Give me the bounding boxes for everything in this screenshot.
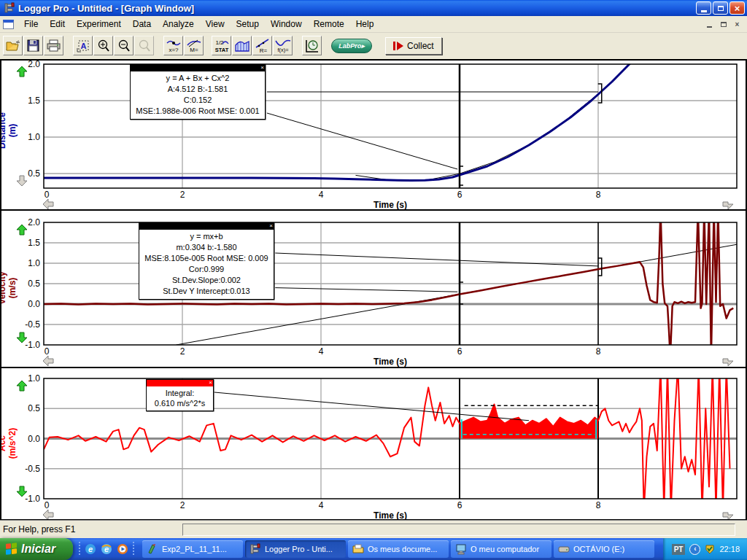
x-axis-scroll-right-arrow[interactable] bbox=[722, 355, 734, 367]
examine-button[interactable]: x=? bbox=[163, 36, 183, 55]
taskbar-button-my-documents[interactable]: Os meus docume... bbox=[348, 540, 449, 558]
y-axis-decrease-arrow[interactable] bbox=[16, 486, 28, 500]
y-axis-label-velocity[interactable]: Velocity (m/s) bbox=[1, 265, 18, 311]
open-button[interactable] bbox=[3, 36, 23, 55]
plot-distance[interactable]: 024680.51.01.52.0 bbox=[1, 61, 746, 209]
linear-fit-button[interactable]: R= bbox=[252, 36, 272, 55]
y-axis-increase-arrow[interactable] bbox=[16, 380, 28, 394]
x-axis-label-acceleration[interactable]: Time (s) bbox=[44, 510, 737, 519]
zoom-out-icon bbox=[117, 39, 131, 52]
y-axis-decrease-arrow[interactable] bbox=[16, 175, 28, 190]
menu-edit[interactable]: Edit bbox=[44, 17, 71, 31]
svg-text:2.0: 2.0 bbox=[28, 217, 40, 228]
media-player-icon[interactable] bbox=[117, 543, 128, 555]
y-axis-increase-arrow[interactable] bbox=[16, 66, 28, 80]
curve-fit-info-box-distance[interactable]: × y = A + Bx + Cx^2 A:4.512 B:-1.581 C:0… bbox=[130, 64, 266, 120]
labpro-label: LabPro bbox=[338, 42, 361, 50]
y-axis-label-distance[interactable]: Distance (m) bbox=[1, 107, 18, 154]
integral-button[interactable] bbox=[232, 36, 252, 55]
print-button[interactable] bbox=[44, 36, 63, 55]
mdi-restore-button[interactable] bbox=[718, 20, 729, 29]
y-axis-decrease-arrow[interactable] bbox=[16, 332, 28, 346]
y-axis-label-acceleration[interactable]: Acc (m/s^2) bbox=[1, 420, 18, 467]
menu-analyze[interactable]: Analyze bbox=[157, 17, 200, 31]
linear-fit-info-box-velocity[interactable]: × y = mx+b m:0.304 b:-1.580 MSE:8.105e-0… bbox=[139, 222, 274, 300]
taskbar-button-drive-e[interactable]: OCTÁVIO (E:) bbox=[554, 540, 654, 558]
graph-panel-acceleration[interactable]: 02468-1.0-0.50.00.51.0Acc (m/s^2)Time (s… bbox=[1, 368, 746, 519]
graph-panel-distance[interactable]: 024680.51.01.52.0Distance (m)Time (s) bbox=[1, 61, 746, 209]
fit-stdev-intercept: St.Dev Y Intercept:0.013 bbox=[142, 286, 271, 297]
internet-explorer-icon[interactable]: e bbox=[85, 543, 96, 555]
browser-icon[interactable]: e bbox=[101, 543, 112, 555]
fit-stdev-slope: St.Dev.Slope:0.002 bbox=[142, 275, 271, 286]
close-icon[interactable]: × bbox=[260, 64, 264, 71]
taskbar-button-my-computer[interactable]: O meu computador bbox=[451, 540, 551, 558]
info-box-titlebar[interactable]: × bbox=[147, 380, 213, 386]
x-axis-scroll-left-arrow[interactable] bbox=[42, 355, 54, 367]
autoscale-button[interactable]: A bbox=[73, 36, 93, 55]
clock[interactable]: 22:18 bbox=[719, 545, 740, 553]
menu-data[interactable]: Data bbox=[127, 17, 157, 31]
svg-text:A: A bbox=[80, 42, 86, 50]
menu-setup[interactable]: Setup bbox=[231, 17, 265, 31]
language-indicator[interactable]: PT bbox=[672, 544, 686, 555]
taskbar-button-exp2[interactable]: Exp2_PL_11_11... bbox=[142, 540, 243, 558]
restore-button[interactable] bbox=[713, 1, 728, 15]
menu-file[interactable]: File bbox=[18, 17, 44, 31]
plot-acceleration[interactable]: 02468-1.0-0.50.00.51.0 bbox=[1, 368, 746, 519]
y-axis-increase-arrow[interactable] bbox=[16, 224, 28, 238]
mdi-close-button[interactable]: × bbox=[732, 20, 743, 29]
svg-text:1.0: 1.0 bbox=[28, 258, 40, 268]
minimize-button[interactable] bbox=[696, 1, 711, 15]
collect-button[interactable]: Collect bbox=[385, 37, 442, 55]
plot-velocity[interactable]: 02468-1.0-0.50.00.51.01.52.0 bbox=[1, 211, 746, 367]
tray-shield-icon[interactable] bbox=[705, 544, 715, 554]
zoom-in-button[interactable] bbox=[93, 36, 113, 55]
menu-view[interactable]: View bbox=[200, 17, 231, 31]
close-icon[interactable]: × bbox=[209, 379, 212, 386]
close-button[interactable]: × bbox=[729, 1, 745, 15]
menu-window[interactable]: Window bbox=[265, 17, 308, 31]
labpro-button[interactable]: LabPro▸ bbox=[331, 39, 372, 53]
x-axis-scroll-right-arrow[interactable] bbox=[722, 509, 734, 519]
undo-zoom-icon bbox=[138, 39, 151, 52]
x-axis-scroll-left-arrow[interactable] bbox=[42, 509, 54, 519]
document-app-icon bbox=[147, 543, 158, 555]
info-box-titlebar[interactable]: × bbox=[131, 65, 265, 71]
info-box-titlebar[interactable]: × bbox=[139, 223, 274, 230]
graph-panel-velocity[interactable]: 02468-1.0-0.50.00.51.01.52.0Velocity (m/… bbox=[1, 211, 746, 367]
tangent-button[interactable]: M= bbox=[184, 36, 204, 55]
folder-icon bbox=[352, 543, 364, 555]
svg-text:8: 8 bbox=[596, 346, 601, 357]
menu-help[interactable]: Help bbox=[350, 17, 380, 31]
save-button[interactable] bbox=[23, 36, 43, 55]
hide-icons-button[interactable]: ‹ bbox=[689, 544, 700, 555]
status-message: For Help, press F1 bbox=[0, 524, 182, 534]
taskbar-button-logger-pro[interactable]: Logger Pro - Unti... bbox=[245, 540, 346, 558]
curve-fit-button[interactable]: f(x)= bbox=[273, 36, 293, 55]
menu-remote[interactable]: Remote bbox=[308, 17, 350, 31]
zoom-out-button[interactable] bbox=[114, 36, 133, 55]
start-button[interactable]: Iniciar bbox=[0, 538, 73, 560]
autoscale-icon: A bbox=[77, 39, 90, 52]
integral-info-box-acceleration[interactable]: × Integral: 0.610 m/s^2*s bbox=[146, 379, 214, 411]
close-icon[interactable]: × bbox=[269, 222, 273, 229]
svg-text:6: 6 bbox=[457, 346, 462, 357]
mdi-minimize-button[interactable] bbox=[704, 20, 715, 29]
task-label: OCTÁVIO (E:) bbox=[573, 545, 624, 553]
x-axis-label-distance[interactable]: Time (s) bbox=[44, 200, 737, 209]
svg-text:e: e bbox=[88, 545, 93, 553]
graph-window-icon[interactable] bbox=[3, 20, 14, 29]
menu-experiment[interactable]: Experiment bbox=[71, 17, 127, 31]
svg-text:8: 8 bbox=[596, 500, 601, 510]
x-axis-scroll-right-arrow[interactable] bbox=[722, 198, 734, 209]
x-axis-scroll-left-arrow[interactable] bbox=[42, 198, 54, 209]
collect-label: Collect bbox=[407, 41, 434, 51]
mdi-minimize-icon bbox=[707, 26, 712, 28]
statistics-button[interactable]: 1/2 STAT bbox=[212, 36, 231, 55]
data-collection-setup-button[interactable] bbox=[302, 36, 322, 55]
undo-zoom-button bbox=[134, 36, 154, 55]
quick-launch: e e bbox=[73, 542, 140, 556]
x-axis-label-velocity[interactable]: Time (s) bbox=[44, 357, 737, 367]
integral-icon bbox=[234, 38, 250, 54]
